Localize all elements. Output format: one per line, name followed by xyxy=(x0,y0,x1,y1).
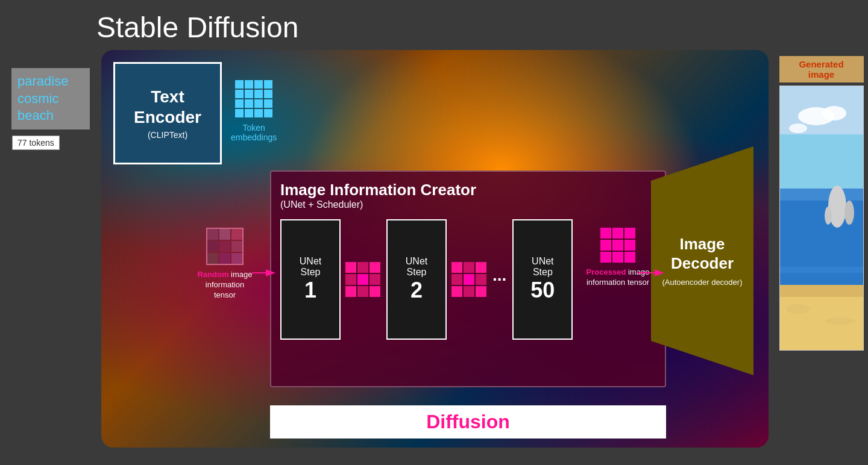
generated-image xyxy=(779,86,864,351)
svg-point-5 xyxy=(822,106,846,120)
page-title: Stable Diffusion xyxy=(0,0,868,50)
beach-scene-svg xyxy=(780,86,864,351)
generated-image-inner xyxy=(780,86,863,350)
unet-step-2: UNet Step 2 xyxy=(386,219,447,340)
unet2-grid xyxy=(451,262,486,297)
text-encoder-title: Text Encoder xyxy=(134,87,201,127)
text-encoder-section: Text Encoder (CLIPText) xyxy=(113,62,277,164)
token-grid-icon xyxy=(235,80,272,117)
processed-tensor-icon xyxy=(600,228,635,263)
svg-point-11 xyxy=(825,207,832,225)
random-tensor-section: Random image information tensor xyxy=(195,228,255,301)
unet-step-50: UNet Step 50 xyxy=(512,219,573,340)
svg-point-6 xyxy=(789,123,807,133)
main-area: paradise cosmic beach 77 tokens Text Enc… xyxy=(0,50,868,460)
processed-tensor-label: Processed image information tensor xyxy=(585,267,651,288)
diagram-container: Text Encoder (CLIPText) xyxy=(101,50,769,448)
svg-point-10 xyxy=(844,201,854,225)
unet-dots: ··· xyxy=(492,270,506,289)
svg-rect-12 xyxy=(780,267,864,273)
left-sidebar: paradise cosmic beach 77 tokens xyxy=(6,50,95,150)
iic-title: Image Information Creator xyxy=(280,181,656,199)
prompt-line-1: paradise xyxy=(17,73,68,89)
token-grid-label: Token embeddings xyxy=(231,123,277,142)
generated-label: Generated image xyxy=(779,56,864,83)
unet-step-1-group: UNet Step 1 xyxy=(280,219,380,340)
decoder-shape: Image Decoder (Autoencoder decoder) xyxy=(651,146,753,375)
tokens-badge: 77 tokens xyxy=(12,136,60,150)
decoder-subtitle: (Autoencoder decoder) xyxy=(662,278,743,287)
processed-tensor-section: Processed image information tensor xyxy=(585,228,651,288)
token-embeddings: Token embeddings xyxy=(231,80,277,142)
text-encoder-subtitle: (CLIPText) xyxy=(148,130,187,140)
prompt-box[interactable]: paradise cosmic beach xyxy=(11,68,90,130)
unet1-grid xyxy=(345,262,380,297)
svg-rect-14 xyxy=(780,285,864,297)
svg-point-15 xyxy=(786,304,810,314)
random-tensor-label: Random image information tensor xyxy=(195,270,255,301)
unet-step-2-group: UNet Step 2 xyxy=(386,219,486,340)
svg-rect-8 xyxy=(780,189,864,201)
diffusion-label: Diffusion xyxy=(426,411,510,433)
iic-subtitle: (UNet + Scheduler) xyxy=(280,199,656,210)
diffusion-bar: Diffusion xyxy=(270,405,666,438)
unet-step-50-group: UNet Step 50 xyxy=(512,219,573,340)
image-decoder: Image Decoder (Autoencoder decoder) xyxy=(648,140,756,381)
decoder-title: Image Decoder xyxy=(671,235,734,272)
unet-step-1: UNet Step 1 xyxy=(280,219,341,340)
text-encoder-box: Text Encoder (CLIPText) xyxy=(113,62,222,164)
right-panel: Generated image xyxy=(775,50,868,351)
prompt-line-3: beach xyxy=(17,108,54,123)
random-tensor-icon xyxy=(206,228,244,265)
prompt-line-2: cosmic xyxy=(17,91,58,106)
svg-point-16 xyxy=(825,317,855,325)
